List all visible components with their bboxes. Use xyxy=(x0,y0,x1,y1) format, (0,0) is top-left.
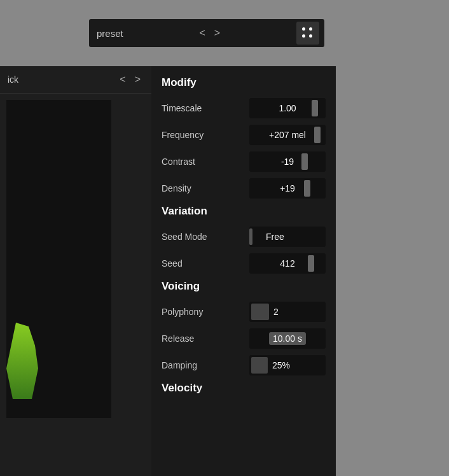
frequency-value: +207 mel xyxy=(269,130,306,140)
density-label: Density xyxy=(162,183,219,193)
contrast-label: Contrast xyxy=(162,157,219,167)
density-row: Density +19 xyxy=(162,178,326,199)
frequency-label: Frequency xyxy=(162,130,219,140)
left-prev-button[interactable]: < xyxy=(116,73,128,87)
density-value: +19 xyxy=(280,183,295,193)
polyphony-value: 2 xyxy=(273,307,279,317)
seed-mode-label: Seed Mode xyxy=(162,232,219,242)
damping-row: Damping 25% xyxy=(162,355,326,375)
preset-prev-button[interactable]: < xyxy=(197,26,209,40)
top-bar: preset < > xyxy=(89,19,324,47)
frequency-control[interactable]: +207 mel xyxy=(249,125,326,145)
release-value: 10.00 s xyxy=(269,332,306,345)
damping-control[interactable]: 25% xyxy=(249,355,326,375)
left-next-button[interactable]: > xyxy=(132,73,144,87)
polyphony-row: Polyphony 2 xyxy=(162,302,326,322)
dot-3 xyxy=(302,34,305,38)
polyphony-control[interactable]: 2 xyxy=(249,302,326,322)
release-row: Release 10.00 s xyxy=(162,328,326,349)
seed-control[interactable]: 412 xyxy=(249,253,326,274)
seed-mode-row: Seed Mode Free xyxy=(162,227,326,247)
left-content-area xyxy=(6,100,111,418)
contrast-control[interactable]: -19 xyxy=(249,151,326,172)
release-control[interactable]: 10.00 s xyxy=(249,328,326,349)
seed-mode-control[interactable]: Free xyxy=(249,227,326,247)
velocity-title: Velocity xyxy=(162,382,326,395)
seed-mode-separator xyxy=(249,228,252,245)
preset-nav-arrows: < > xyxy=(197,26,224,40)
seed-row: Seed 412 xyxy=(162,253,326,274)
timescale-value: 1.00 xyxy=(279,103,296,113)
voicing-title: Voicing xyxy=(162,280,326,293)
timescale-thumb xyxy=(312,100,318,116)
contrast-thumb xyxy=(301,153,308,170)
seed-label: Seed xyxy=(162,258,219,269)
left-panel: ick < > xyxy=(0,66,151,476)
preset-next-button[interactable]: > xyxy=(211,26,223,40)
contrast-value: -19 xyxy=(281,157,294,167)
timescale-control[interactable]: 1.00 xyxy=(249,98,326,118)
polyphony-label: Polyphony xyxy=(162,307,219,317)
density-control[interactable]: +19 xyxy=(249,178,326,199)
dot-4 xyxy=(309,34,312,38)
dot-2 xyxy=(309,27,312,31)
timescale-row: Timescale 1.00 xyxy=(162,98,326,118)
velocity-section: Velocity xyxy=(162,382,326,395)
right-panel: Modify Timescale 1.00 Frequency +207 mel… xyxy=(151,66,336,476)
variation-title: Variation xyxy=(162,205,326,218)
seed-thumb xyxy=(308,255,314,272)
polyphony-thumb xyxy=(251,304,269,320)
variation-section: Variation Seed Mode Free Seed 412 xyxy=(162,205,326,274)
damping-label: Damping xyxy=(162,360,219,370)
contrast-row: Contrast -19 xyxy=(162,151,326,172)
damping-thumb xyxy=(251,357,268,374)
waveform-blob xyxy=(6,323,38,399)
frequency-thumb xyxy=(314,127,321,143)
density-thumb xyxy=(304,180,310,197)
modify-title: Modify xyxy=(162,76,326,89)
release-label: Release xyxy=(162,333,219,344)
far-right-panel xyxy=(336,66,449,476)
grid-icon-button[interactable] xyxy=(296,22,319,45)
left-header: ick < > xyxy=(0,66,151,94)
preset-label: preset xyxy=(94,28,123,39)
damping-value: 25% xyxy=(272,360,290,370)
frequency-row: Frequency +207 mel xyxy=(162,125,326,145)
grid-dots xyxy=(302,27,314,39)
modify-section: Modify Timescale 1.00 Frequency +207 mel… xyxy=(162,76,326,199)
timescale-label: Timescale xyxy=(162,103,219,113)
left-title: ick xyxy=(8,74,18,85)
voicing-section: Voicing Polyphony 2 Release 10.00 s Damp… xyxy=(162,280,326,375)
dot-1 xyxy=(302,27,305,31)
left-nav: < > xyxy=(116,73,144,87)
seed-value: 412 xyxy=(280,258,294,269)
seed-mode-value: Free xyxy=(266,232,284,242)
